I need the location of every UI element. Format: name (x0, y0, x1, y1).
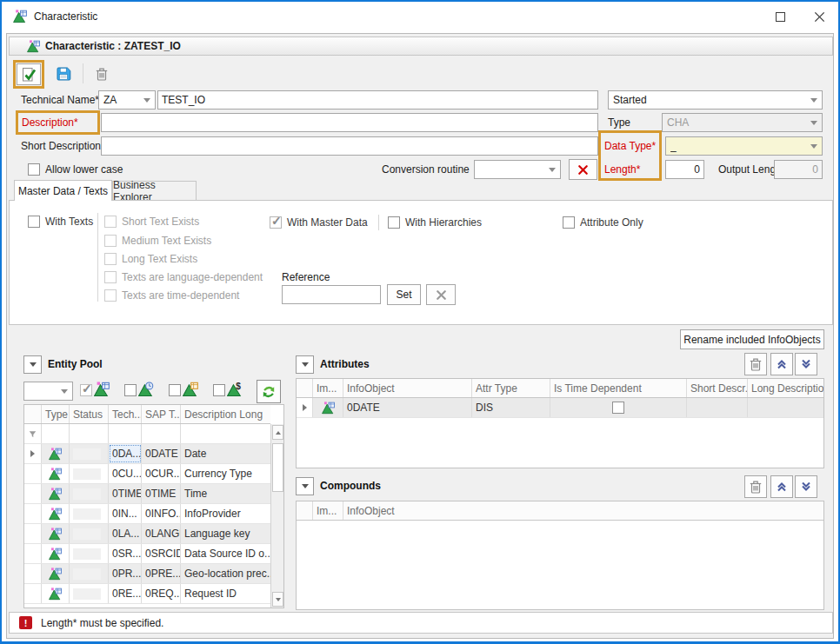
column-type[interactable]: Type (42, 405, 70, 423)
attributes-move-down-button[interactable] (795, 353, 817, 375)
chevron-down-icon (810, 144, 817, 149)
tab-master-data-texts[interactable]: Master Data / Texts (14, 180, 112, 201)
save-button[interactable] (52, 63, 75, 85)
scroll-thumb[interactable] (272, 443, 283, 492)
group-divider (97, 213, 98, 302)
attributes-collapse-button[interactable] (296, 355, 314, 374)
entity-row[interactable]: 0LA... 0LANGU Language key (24, 524, 270, 544)
entity-row[interactable]: 0SR... 0SRCID Data Source ID o... (24, 544, 270, 564)
entity-row[interactable]: 0RE... 0REQ... Request ID (24, 584, 270, 604)
scroll-up-button[interactable] (272, 425, 283, 440)
characteristic-icon (42, 524, 70, 543)
entity-row[interactable]: 0IN... 0INFO... InfoProvider (24, 504, 270, 524)
characteristic-icon (42, 544, 70, 563)
column-im[interactable]: Im... (313, 501, 343, 520)
with-master-data-label: With Master Data (287, 213, 368, 232)
column-short-descr[interactable]: Short Descr... (687, 379, 748, 397)
data-type-select[interactable]: _ (665, 136, 823, 156)
attributes-delete-button[interactable] (744, 353, 767, 375)
entity-pool-scrollbar[interactable] (270, 424, 283, 607)
texts-time-dependent-label: Texts are time-dependent (122, 286, 239, 305)
prefix-select[interactable]: ZA (98, 90, 156, 110)
compounds-move-down-button[interactable] (795, 475, 817, 498)
filter-cell[interactable] (181, 424, 270, 443)
key-figure-icon (227, 382, 243, 397)
activate-button[interactable] (17, 63, 41, 85)
compounds-collapse-button[interactable] (296, 477, 314, 495)
output-length-input (774, 160, 823, 179)
entity-row[interactable]: 0DA... 0DATE Date (24, 444, 270, 464)
delete-button[interactable] (90, 63, 113, 85)
close-button[interactable] (800, 2, 838, 31)
column-is-time-dependent[interactable]: Is Time Dependent (550, 379, 687, 397)
status-cell (70, 484, 109, 503)
compounds-header-row: Im... InfoObject (297, 501, 823, 521)
reference-input[interactable] (282, 285, 381, 304)
set-button-label: Set (396, 289, 411, 301)
attribute-row[interactable]: 0DATE DIS (297, 398, 823, 418)
filter-time-characteristic-checkbox[interactable] (124, 384, 137, 396)
current-row-arrow-icon (303, 404, 307, 411)
tech-name-cell[interactable]: 0DA... (109, 444, 142, 463)
compounds-delete-button[interactable] (744, 475, 767, 498)
filter-cell[interactable] (109, 424, 142, 443)
technical-name-input[interactable] (157, 90, 598, 110)
red-x-icon (577, 163, 590, 176)
short-description-input[interactable] (101, 136, 598, 156)
column-sap[interactable]: SAP T... (142, 405, 181, 423)
column-long-description[interactable]: Long Description (748, 379, 823, 397)
with-hierarchies-checkbox[interactable] (388, 216, 400, 229)
maximize-button[interactable] (760, 2, 800, 31)
entity-row[interactable]: 0TIME 0TIME Time (24, 484, 270, 504)
rename-infoobjects-button[interactable]: Rename included InfoObjects (680, 329, 824, 349)
filter-unit-checkbox[interactable] (169, 384, 181, 396)
column-infoobject[interactable]: InfoObject (343, 379, 472, 397)
reference-set-button[interactable]: Set (387, 284, 421, 305)
long-description-cell (748, 398, 823, 417)
entity-row[interactable]: 0PR... 0PRE... Geo-location prec... (24, 564, 270, 584)
characteristic-icon (42, 504, 70, 523)
filter-cell[interactable] (70, 424, 109, 443)
entity-pool-collapse-button[interactable] (23, 355, 42, 374)
row-header-column (297, 379, 313, 397)
tech-name-cell: 0PR... (109, 564, 142, 583)
description-cell: Date (181, 444, 270, 463)
attributes-move-up-button[interactable] (770, 353, 793, 375)
allow-lower-case-checkbox[interactable] (28, 163, 40, 176)
column-status[interactable]: Status (70, 405, 109, 423)
filter-characteristic-checkbox[interactable] (80, 384, 92, 396)
conversion-routine-select[interactable] (474, 160, 561, 179)
type-select: CHA (662, 113, 823, 132)
filter-key-figure-checkbox[interactable] (213, 384, 225, 396)
with-texts-label: With Texts (45, 212, 93, 231)
filter-cell[interactable] (142, 424, 181, 443)
with-texts-checkbox[interactable] (28, 216, 40, 228)
characteristic-icon (313, 398, 343, 417)
time-characteristic-icon (138, 382, 154, 397)
filter-cell[interactable] (42, 424, 70, 443)
reference-clear-button[interactable] (426, 284, 456, 305)
characteristic-icon (42, 564, 70, 583)
sap-name-cell: 0SRCID (142, 544, 181, 563)
compounds-move-up-button[interactable] (770, 475, 793, 498)
refresh-button[interactable] (257, 380, 281, 403)
column-infoobject[interactable]: InfoObject (343, 501, 823, 520)
description-input[interactable] (101, 113, 598, 132)
column-im[interactable]: Im... (313, 379, 343, 397)
is-time-dependent-checkbox[interactable] (612, 402, 624, 414)
column-attr-type[interactable]: Attr Type (472, 379, 550, 397)
status-select[interactable]: Started (608, 90, 823, 110)
length-input[interactable] (665, 160, 704, 179)
rename-button-label: Rename included InfoObjects (683, 334, 820, 346)
column-description-long[interactable]: Description Long (181, 405, 270, 423)
attribute-only-checkbox[interactable] (563, 216, 575, 229)
characteristic-icon (27, 40, 40, 53)
entity-pool-filter-row[interactable] (24, 424, 270, 444)
entity-pool-filter-select[interactable] (23, 382, 73, 401)
with-master-data-checkbox[interactable] (270, 216, 282, 229)
column-tech[interactable]: Tech... (109, 405, 142, 423)
entity-row[interactable]: 0CU... 0CUR... Currency Type (24, 464, 270, 484)
scroll-down-button[interactable] (272, 592, 283, 607)
tab-business-explorer[interactable]: Business Explorer (112, 181, 197, 201)
conversion-clear-button[interactable] (569, 159, 597, 180)
